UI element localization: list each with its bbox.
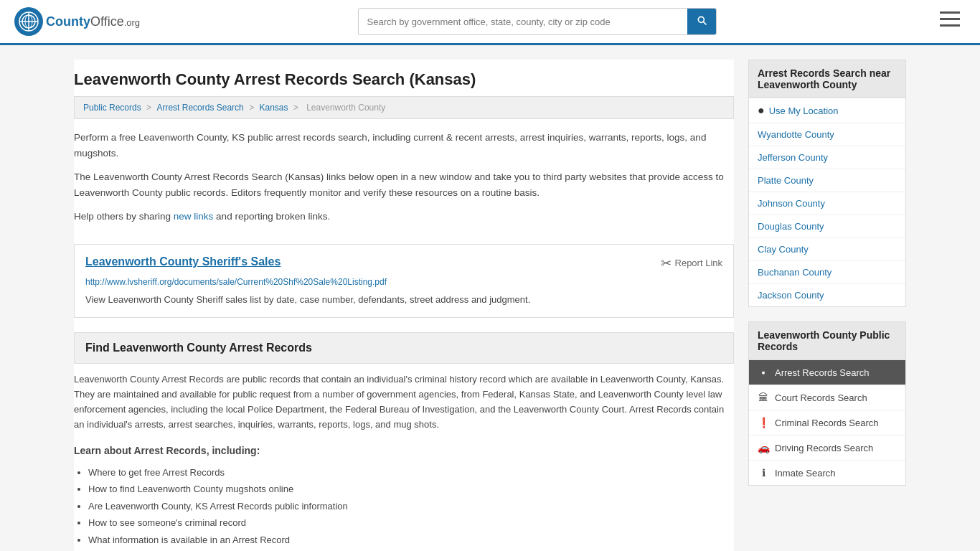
public-records-links: ▪ Arrest Records Search 🏛 Court Records … xyxy=(748,360,906,486)
svg-rect-7 xyxy=(940,24,960,27)
sidebar: Arrest Records Search near Leavenworth C… xyxy=(748,60,906,551)
find-section: Find Leavenworth County Arrest Records xyxy=(74,332,734,364)
report-icon: ✂ xyxy=(661,255,672,271)
list-item: Where to get free Arrest Records xyxy=(88,464,734,481)
resource-url[interactable]: http://www.lvsheriff.org/documents/sale/… xyxy=(85,277,722,287)
nearby-jackson[interactable]: Jackson County xyxy=(749,284,905,306)
breadcrumb-arrest-records[interactable]: Arrest Records Search xyxy=(156,103,243,113)
search-button[interactable] xyxy=(687,9,716,34)
list-item: How to see someone's criminal record xyxy=(88,514,734,531)
search-input[interactable] xyxy=(359,11,687,33)
nav-arrest-records[interactable]: ▪ Arrest Records Search xyxy=(749,360,905,385)
nav-driving-records[interactable]: 🚗 Driving Records Search xyxy=(749,435,905,461)
main-container: Leavenworth County Arrest Records Search… xyxy=(60,45,920,551)
list-item: What information is available in an Arre… xyxy=(88,532,734,548)
search-bar xyxy=(358,8,717,35)
find-body: Leavenworth County Arrest Records are pu… xyxy=(74,364,734,551)
logo-text: CountyOffice.org xyxy=(46,14,140,29)
page-title: Leavenworth County Arrest Records Search… xyxy=(74,60,734,96)
use-my-location[interactable]: ● Use My Location xyxy=(749,98,905,123)
nearby-heading: Arrest Records Search near Leavenworth C… xyxy=(748,60,906,98)
nearby-jefferson[interactable]: Jefferson County xyxy=(749,146,905,169)
criminal-icon: ❗ xyxy=(758,417,769,428)
nav-criminal-records[interactable]: ❗ Criminal Records Search xyxy=(749,410,905,435)
nearby-platte[interactable]: Platte County xyxy=(749,169,905,192)
find-heading: Find Leavenworth County Arrest Records xyxy=(85,342,722,354)
nearby-buchanan[interactable]: Buchanan County xyxy=(749,261,905,284)
nearby-links: ● Use My Location Wyandotte County Jeffe… xyxy=(748,98,906,307)
svg-rect-6 xyxy=(940,18,960,20)
breadcrumb: Public Records > Arrest Records Search >… xyxy=(74,96,734,119)
nearby-section: Arrest Records Search near Leavenworth C… xyxy=(748,60,906,307)
breadcrumb-public-records[interactable]: Public Records xyxy=(83,103,141,113)
inmate-icon: ℹ xyxy=(758,467,769,479)
learn-list: Where to get free Arrest Records How to … xyxy=(74,464,734,548)
breadcrumb-separator-1: > xyxy=(146,103,154,113)
driving-icon: 🚗 xyxy=(758,442,769,453)
resource-title[interactable]: Leavenworth County Sheriff's Sales xyxy=(85,255,281,268)
nearby-johnson[interactable]: Johnson County xyxy=(749,192,905,215)
menu-icon[interactable] xyxy=(934,9,966,34)
public-records-section: Leavenworth County Public Records ▪ Arre… xyxy=(748,321,906,486)
resource-card: Leavenworth County Sheriff's Sales ✂ Rep… xyxy=(74,244,734,319)
breadcrumb-separator-3: > xyxy=(293,103,301,113)
logo[interactable]: CountyOffice.org xyxy=(14,7,140,36)
intro-paragraph-1: Perform a free Leavenworth County, KS pu… xyxy=(74,130,734,169)
site-header: CountyOffice.org xyxy=(0,0,980,45)
content-area: Leavenworth County Arrest Records Search… xyxy=(74,60,734,551)
report-link-button[interactable]: ✂ Report Link xyxy=(661,255,722,271)
list-item: How to find Leavenworth County mugshots … xyxy=(88,481,734,497)
resource-card-header: Leavenworth County Sheriff's Sales ✂ Rep… xyxy=(85,255,722,271)
nav-inmate-search[interactable]: ℹ Inmate Search xyxy=(749,461,905,485)
intro-paragraph-3: Help others by sharing new links and rep… xyxy=(74,209,734,233)
learn-heading: Learn about Arrest Records, including: xyxy=(74,443,734,458)
svg-rect-5 xyxy=(940,11,960,14)
breadcrumb-kansas[interactable]: Kansas xyxy=(259,103,288,113)
court-icon: 🏛 xyxy=(758,392,769,403)
public-records-heading: Leavenworth County Public Records xyxy=(748,321,906,360)
list-item: Are Leavenworth County, KS Arrest Record… xyxy=(88,498,734,514)
breadcrumb-separator-2: > xyxy=(249,103,256,113)
resource-description: View Leavenworth County Sheriff sales li… xyxy=(85,293,722,307)
find-text: Leavenworth County Arrest Records are pu… xyxy=(74,372,734,432)
arrest-icon: ▪ xyxy=(758,367,769,378)
nearby-wyandotte[interactable]: Wyandotte County xyxy=(749,123,905,146)
intro-paragraph-2: The Leavenworth County Arrest Records Se… xyxy=(74,169,734,209)
nearby-douglas[interactable]: Douglas County xyxy=(749,215,905,238)
new-links-link[interactable]: new links xyxy=(174,211,214,222)
logo-icon xyxy=(14,7,43,36)
nearby-clay[interactable]: Clay County xyxy=(749,238,905,261)
location-icon: ● xyxy=(758,104,765,117)
nav-court-records[interactable]: 🏛 Court Records Search xyxy=(749,385,905,410)
breadcrumb-current: Leavenworth County xyxy=(306,103,385,113)
